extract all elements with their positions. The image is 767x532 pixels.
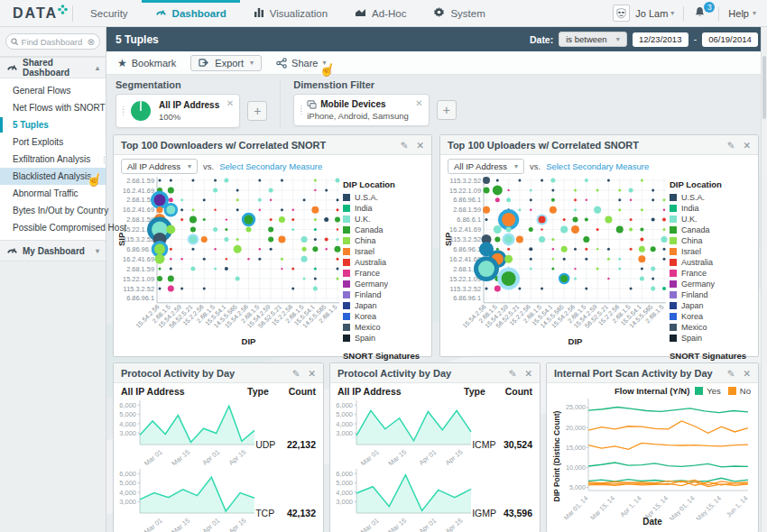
legend-item-canada: Canada xyxy=(343,225,424,235)
user-menu[interactable]: Jo Lam xyxy=(635,8,668,19)
vs-label: vs. xyxy=(203,161,214,171)
add-segment-button[interactable]: + xyxy=(247,101,267,121)
edit-icon[interactable]: ✎ xyxy=(400,140,408,151)
legend-item-korea: Korea xyxy=(670,311,751,322)
help-menu[interactable]: Help▾ xyxy=(728,8,756,19)
legend-item-india: India xyxy=(343,203,424,214)
avatar[interactable] xyxy=(613,5,630,22)
scrollbar-thumb[interactable] xyxy=(762,56,766,119)
close-icon[interactable]: ✕ xyxy=(416,140,424,151)
svg-text:Mar 01: Mar 01 xyxy=(359,448,381,465)
search-input[interactable] xyxy=(22,37,85,47)
svg-text:Apr 15: Apr 15 xyxy=(227,448,248,465)
bookmark-button[interactable]: ★Bookmark xyxy=(117,57,176,69)
chevron-down-icon[interactable]: ▾ xyxy=(670,9,674,17)
svg-text:6.86.96.1: 6.86.96.1 xyxy=(453,196,481,204)
segmentation-card[interactable]: ⋮⋮ All IP Address 100% ✕ xyxy=(116,94,240,128)
sidebar-resize-handle[interactable]: ⋮ xyxy=(100,155,107,164)
legend-item-canada: Canada xyxy=(670,225,751,235)
close-icon[interactable]: ✕ xyxy=(308,368,316,379)
sidebar-section-my-dashboard[interactable]: My Dashboard▾ xyxy=(0,240,106,261)
close-icon[interactable]: ✕ xyxy=(524,368,532,379)
clear-search-icon[interactable]: ⊗ xyxy=(88,37,95,47)
svg-text:20,000: 20,000 xyxy=(566,424,586,432)
svg-text:6.86.96.1: 6.86.96.1 xyxy=(126,245,154,253)
date-from-input[interactable] xyxy=(633,32,688,47)
sidebar-section-shared-dashboard[interactable]: Shared Dashboard▴ xyxy=(0,57,106,78)
dashboard-search[interactable]: ⊗ xyxy=(5,33,100,50)
close-icon[interactable]: ✕ xyxy=(226,98,234,108)
nav-item-visualization[interactable]: Visualization xyxy=(240,0,341,27)
nav-item-dashboard[interactable]: Dashboard xyxy=(142,0,240,27)
app-logo: DATA xyxy=(13,5,58,22)
sidebar-item-bytes-in-out-by-country[interactable]: Bytes In/Out by Country xyxy=(0,202,106,219)
legend-item-finland: Finland xyxy=(343,289,424,300)
measure-dropdown[interactable]: All IP Address▾ xyxy=(448,159,524,174)
svg-text:15.22.1.09: 15.22.1.09 xyxy=(123,275,154,283)
segmentation-label: Segmentation xyxy=(116,79,267,90)
drag-handle[interactable]: ⋮⋮ xyxy=(119,108,127,114)
svg-text:3,000: 3,000 xyxy=(336,429,353,437)
share-button[interactable]: Share▾ xyxy=(276,58,326,69)
logo-text: DATA xyxy=(13,5,58,21)
nav-item-security[interactable]: Security xyxy=(77,0,142,27)
sidebar-item-exfiltration-analysis[interactable]: Exfiltration Analysis xyxy=(0,151,106,168)
edit-icon[interactable]: ✎ xyxy=(726,140,735,151)
secondary-measure-link[interactable]: Select Secondary Measure xyxy=(219,161,322,171)
svg-text:DIP: DIP xyxy=(242,336,257,346)
drag-handle[interactable]: ⋮⋮ xyxy=(297,107,305,113)
panel-top-downloaders: Top 100 Downloaders w/ Correlated SNORT … xyxy=(113,134,432,357)
legend-item-israel: Israel xyxy=(343,246,424,257)
svg-text:Apr 15: Apr 15 xyxy=(444,448,465,465)
protocol-series-tcp: 3,0004,0005,0006,000Mar 01Mar 15Apr 01Ap… xyxy=(114,465,323,532)
date-to-input[interactable] xyxy=(702,32,758,47)
sidebar-item-5-tuples[interactable]: 5 Tuples xyxy=(0,116,106,133)
protocol-count: 22,132 xyxy=(287,439,316,450)
export-button[interactable]: Export▾ xyxy=(190,55,262,71)
svg-text:115.3.2.52: 115.3.2.52 xyxy=(450,235,481,243)
sidebar-item-abnormal-traffic[interactable]: Abnormal Traffic xyxy=(0,185,106,202)
svg-text:6.86.96.1: 6.86.96.1 xyxy=(126,294,154,302)
svg-text:Jun 1, 14: Jun 1, 14 xyxy=(725,494,749,518)
chart-legend: DIP Location U.S.A.IndiaU.K.CanadaChinaI… xyxy=(668,174,753,380)
add-dimension-filter-button[interactable]: + xyxy=(437,100,457,120)
sidebar-item-possible-compromised-host[interactable]: Possible Compromised Host xyxy=(0,219,106,236)
close-icon[interactable]: ✕ xyxy=(743,368,751,379)
sidebar-item-blacklisted-analysis[interactable]: Blacklisted Analysis☝ xyxy=(0,168,106,185)
column-header-count: Count xyxy=(494,386,532,397)
line-chart-igmp: 3,0004,0005,0006,000Mar 01Mar 15Apr 01Ap… xyxy=(330,465,472,532)
svg-text:Mar 01: Mar 01 xyxy=(143,448,164,465)
legend-item-japan: Japan xyxy=(343,300,424,311)
bars-icon xyxy=(254,7,264,20)
dimension-filter-card[interactable]: ⋮⋮ Mobile Devices iPhone, Android, Samsu… xyxy=(293,94,430,126)
nav-item-ad-hoc[interactable]: Ad-Hoc xyxy=(341,0,420,27)
measure-dropdown[interactable]: All IP Address▾ xyxy=(121,159,198,174)
svg-text:115.3.2.52: 115.3.2.52 xyxy=(124,285,154,293)
panel-internal-port-scan: Internal Port Scan Activity by Day ✎✕ Fl… xyxy=(546,362,759,532)
edit-icon[interactable]: ✎ xyxy=(291,368,300,379)
svg-text:25,000: 25,000 xyxy=(566,403,586,411)
svg-text:Apr 1, 14: Apr 1, 14 xyxy=(618,494,642,518)
close-icon[interactable]: ✕ xyxy=(743,140,751,151)
section-caret-icon: ▾ xyxy=(96,247,99,255)
legend-item-usa: U.S.A. xyxy=(343,192,424,203)
sidebar-item-general-flows[interactable]: General Flows xyxy=(0,82,106,99)
secondary-measure-link[interactable]: Select Secondary Measure xyxy=(546,161,649,171)
sidebar-item-net-flows-with-snort[interactable]: Net Flows with SNORT xyxy=(0,99,106,116)
notifications-button[interactable]: 3 xyxy=(693,5,709,22)
chart-legend: DIP Location U.S.A.IndiaU.K.CanadaChinaI… xyxy=(341,174,426,380)
port-scan-chart: 5,00010,00015,00020,00025,000Mar 01, 14M… xyxy=(559,396,753,520)
svg-text:Apr 15: Apr 15 xyxy=(227,517,248,532)
sidebar-item-port-exploits[interactable]: Port Exploits xyxy=(0,133,106,151)
panel-title: Protocol Activity by Day xyxy=(121,368,235,379)
svg-text:Apr 01: Apr 01 xyxy=(200,517,221,532)
edit-icon[interactable]: ✎ xyxy=(508,368,516,379)
nav-item-system[interactable]: System xyxy=(420,0,498,27)
legend-item-france: France xyxy=(343,268,424,279)
date-operator-dropdown[interactable]: is between▾ xyxy=(559,32,626,47)
column-header-count: Count xyxy=(278,386,316,397)
close-icon[interactable]: ✕ xyxy=(415,98,422,108)
legend-item-china: China xyxy=(343,235,424,246)
edit-icon[interactable]: ✎ xyxy=(726,368,735,379)
vertical-scrollbar[interactable] xyxy=(761,27,767,532)
